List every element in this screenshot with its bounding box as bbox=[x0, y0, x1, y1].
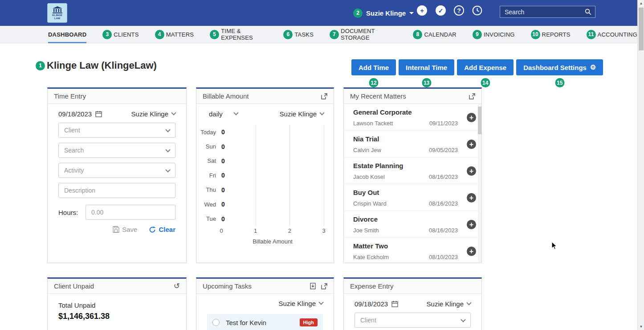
help-button[interactable]: ? bbox=[454, 5, 464, 16]
task-list-item[interactable]: Test for Kevin High bbox=[207, 314, 323, 330]
tab-label: INVOICING bbox=[484, 31, 515, 38]
add-time-for-matter-icon[interactable]: + bbox=[467, 247, 476, 256]
som-badge-clients: 3 bbox=[102, 30, 112, 39]
export-icon[interactable] bbox=[310, 283, 316, 289]
matter-list-item[interactable]: Nia Trial Calvin Jew 09/05/2023 + bbox=[344, 131, 481, 157]
gridline bbox=[324, 125, 324, 226]
add-time-for-matter-icon[interactable]: + bbox=[467, 113, 476, 122]
expense-entry-header: Expense Entry bbox=[344, 279, 481, 294]
plus-icon: + bbox=[420, 7, 424, 14]
matter-client: Lawson Tackett bbox=[353, 120, 393, 127]
chevron-down-icon bbox=[461, 317, 465, 322]
user-select[interactable]: Suzie Klinge bbox=[280, 110, 324, 118]
upcoming-tasks-header: Upcoming Tasks bbox=[196, 279, 334, 294]
scroll-down-icon[interactable]: ▼ bbox=[638, 325, 644, 329]
tab-calendar[interactable]: 8 CALENDAR bbox=[413, 26, 456, 43]
tab-accounting[interactable]: 11 ACCOUNTING bbox=[587, 26, 637, 43]
x-axis: 0 1 2 3 bbox=[221, 227, 324, 235]
hours-input[interactable] bbox=[86, 205, 175, 220]
tab-label: ACCOUNTING bbox=[598, 31, 637, 38]
user-select[interactable]: Suzie Klinge bbox=[131, 110, 175, 118]
som-badge-dashboard-settings: 15 bbox=[555, 78, 564, 87]
tab-clients[interactable]: 3 CLIENTS bbox=[102, 26, 139, 43]
expense-entry-card: Expense Entry 09/18/2023 Suzie Klinge bbox=[343, 277, 482, 330]
gridline bbox=[289, 125, 290, 226]
topbar: KLINGE LAW 2 Suzie Klinge + ✓ ? bbox=[0, 0, 637, 26]
tab-reports[interactable]: 10 REPORTS bbox=[531, 26, 571, 43]
matter-search-select[interactable]: Search bbox=[58, 143, 175, 158]
description-input[interactable] bbox=[58, 183, 175, 198]
chevron-down-icon bbox=[466, 300, 471, 305]
tab-label: TASKS bbox=[294, 31, 314, 38]
add-time-button[interactable]: Add Time bbox=[351, 59, 396, 75]
page-scrollbar[interactable]: ▲ ▼ bbox=[637, 0, 644, 330]
quick-add-button[interactable]: + bbox=[417, 5, 427, 16]
matter-client: Kate Eckholm bbox=[353, 254, 389, 260]
date-picker[interactable]: 09/18/2023 bbox=[355, 300, 398, 308]
task-complete-radio[interactable] bbox=[212, 319, 220, 326]
som-badge-title: 1 bbox=[36, 61, 45, 70]
save-icon bbox=[113, 226, 119, 233]
client-select[interactable]: Client bbox=[58, 123, 175, 138]
search-input[interactable] bbox=[500, 8, 585, 16]
refresh-icon bbox=[149, 226, 156, 233]
date-picker[interactable]: 09/18/2023 bbox=[58, 110, 102, 118]
tasks-check-button[interactable]: ✓ bbox=[436, 5, 446, 16]
chevron-down-icon bbox=[165, 167, 170, 172]
search-icon[interactable] bbox=[585, 8, 591, 15]
bank-icon bbox=[53, 6, 62, 13]
som-badge-matters: 4 bbox=[155, 30, 164, 39]
expand-icon[interactable] bbox=[469, 93, 475, 99]
matter-date: 08/16/2023 bbox=[429, 173, 458, 180]
som-badge-add-expense: 14 bbox=[481, 78, 490, 87]
tab-label: DOCUMENT STORAGE bbox=[341, 28, 397, 41]
user-select[interactable]: Suzie Klinge bbox=[427, 300, 471, 308]
matter-list-item[interactable]: General Corporate Lawson Tackett 09/11/2… bbox=[344, 104, 481, 131]
period-select[interactable]: daily bbox=[209, 110, 238, 118]
client-select[interactable]: Client bbox=[355, 313, 471, 328]
add-time-for-matter-icon[interactable]: + bbox=[467, 220, 476, 229]
matter-list-item[interactable]: Buy Out Crispin Ward 08/16/2023 + bbox=[344, 184, 481, 211]
matter-list-item[interactable]: Divorce Joe Smith 08/16/2023 + bbox=[344, 211, 481, 238]
add-time-for-matter-icon[interactable]: + bbox=[467, 166, 476, 176]
y-tick-label: Fri bbox=[196, 172, 216, 179]
expand-icon[interactable] bbox=[321, 93, 327, 99]
x-axis-label: Billable Amount bbox=[221, 238, 324, 245]
x-tick-label: 0 bbox=[220, 227, 223, 234]
internal-time-button[interactable]: Internal Time bbox=[399, 59, 454, 75]
add-time-for-matter-icon[interactable]: + bbox=[467, 140, 476, 149]
tab-document-storage[interactable]: 7 DOCUMENT STORAGE bbox=[330, 26, 397, 43]
tab-dashboard[interactable]: DASHBOARD bbox=[48, 26, 86, 43]
save-button[interactable]: Save bbox=[113, 226, 137, 233]
scroll-up-icon[interactable]: ▲ bbox=[638, 1, 644, 5]
matter-client: Calvin Jew bbox=[353, 147, 381, 153]
dashboard-settings-button[interactable]: Dashboard Settings ⚙ bbox=[516, 59, 603, 75]
add-time-for-matter-icon[interactable]: + bbox=[467, 193, 476, 202]
y-tick-label: Sun bbox=[196, 143, 216, 150]
app-window: KLINGE LAW 2 Suzie Klinge + ✓ ? bbox=[0, 0, 644, 330]
activity-select[interactable]: Activity bbox=[58, 163, 175, 178]
scrollbar-thumb[interactable] bbox=[639, 8, 644, 50]
clock-icon bbox=[472, 5, 482, 16]
clear-button[interactable]: Clear bbox=[149, 226, 175, 233]
main-nav: DASHBOARD 3 CLIENTS 4 MATTERS 5 TIME & E… bbox=[0, 26, 637, 43]
help-icon: ? bbox=[457, 7, 461, 14]
matter-list-item[interactable]: Estate Planning Jacob Kosel 08/16/2023 + bbox=[344, 157, 481, 184]
tab-invoicing[interactable]: 9 INVOICING bbox=[473, 26, 515, 43]
y-tick-label: Thu bbox=[196, 186, 216, 193]
tab-time-expenses[interactable]: 5 TIME & EXPENSES bbox=[210, 26, 267, 43]
history-icon[interactable]: ↺ bbox=[174, 282, 180, 290]
tab-matters[interactable]: 4 MATTERS bbox=[155, 26, 194, 43]
matters-scrollbar-thumb[interactable] bbox=[478, 107, 481, 134]
user-select[interactable]: Suzie Klinge bbox=[207, 300, 323, 307]
global-search bbox=[500, 6, 595, 18]
expand-icon[interactable] bbox=[321, 283, 327, 289]
app-logo[interactable]: KLINGE LAW bbox=[47, 3, 67, 23]
total-unpaid-value: $1,146,361.38 bbox=[58, 312, 175, 321]
chevron-down-icon bbox=[233, 110, 238, 115]
add-expense-button[interactable]: Add Expense bbox=[457, 59, 514, 75]
timer-button[interactable] bbox=[472, 5, 482, 16]
matter-list-item[interactable]: Matter Two Kate Eckholm 08/10/2023 + bbox=[344, 238, 481, 262]
user-menu[interactable]: 2 Suzie Klinge bbox=[353, 6, 414, 20]
tab-tasks[interactable]: 6 TASKS bbox=[283, 26, 314, 43]
